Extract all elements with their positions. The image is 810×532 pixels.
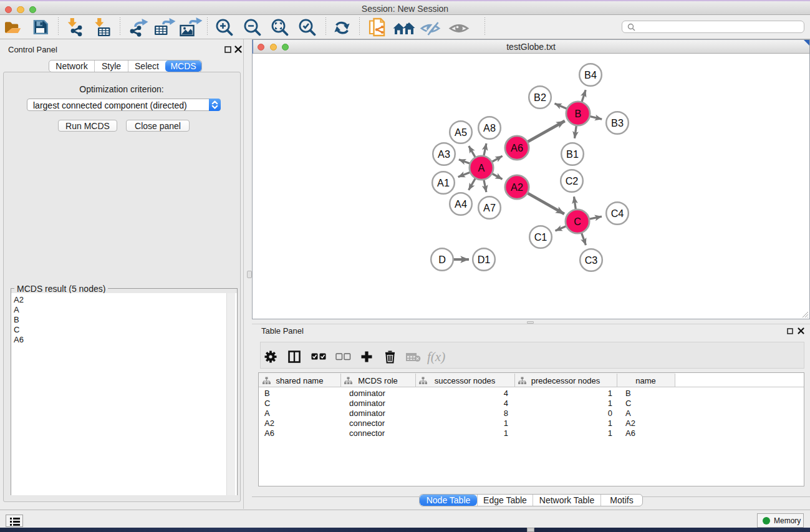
svg-text:B: B xyxy=(575,108,582,119)
svg-text:B4: B4 xyxy=(584,69,597,80)
svg-text:D: D xyxy=(438,254,446,265)
svg-text:C2: C2 xyxy=(566,175,579,186)
svg-text:C3: C3 xyxy=(585,254,598,266)
svg-text:A3: A3 xyxy=(438,148,450,160)
svg-text:C1: C1 xyxy=(534,231,547,243)
svg-text:A2: A2 xyxy=(511,181,523,193)
svg-text:A1: A1 xyxy=(437,177,450,188)
svg-text:B3: B3 xyxy=(611,117,624,128)
svg-text:A6: A6 xyxy=(511,142,523,153)
svg-text:A5: A5 xyxy=(455,127,467,138)
svg-text:A8: A8 xyxy=(483,122,496,133)
svg-text:A7: A7 xyxy=(483,202,496,213)
svg-text:A4: A4 xyxy=(455,198,467,210)
svg-text:C: C xyxy=(574,216,581,227)
svg-text:B2: B2 xyxy=(534,92,546,103)
svg-text:C4: C4 xyxy=(611,208,624,219)
svg-text:D1: D1 xyxy=(478,254,491,265)
svg-text:A: A xyxy=(478,162,485,173)
svg-text:B1: B1 xyxy=(566,148,579,160)
